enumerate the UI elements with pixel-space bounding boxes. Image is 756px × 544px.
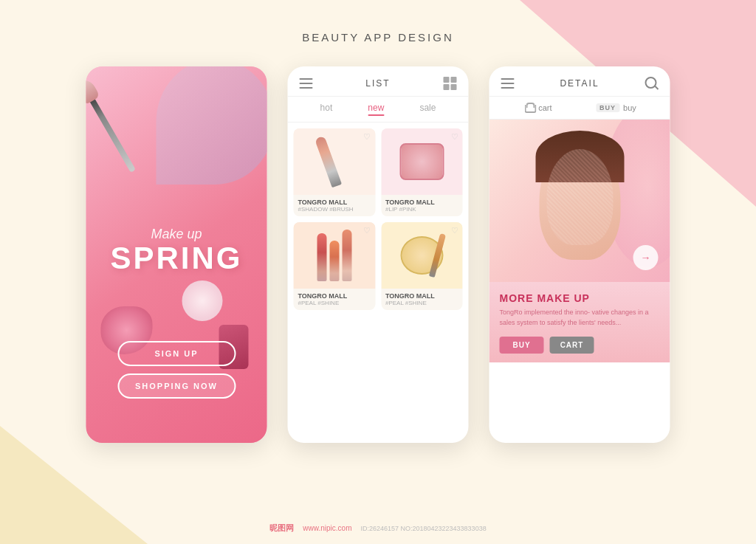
tags-3: #PEAL #SHINE [298, 300, 371, 306]
detail-hamburger-icon[interactable] [501, 78, 515, 89]
detail-hero-image: → [489, 120, 670, 282]
product-description: TongRo implemented the inno- vative chan… [500, 308, 660, 328]
blush-product [399, 143, 444, 180]
list-tabs: hot new sale [288, 97, 469, 123]
splash-flowers [157, 66, 267, 185]
phone-detail: DETAIL cart BUY buy → MORE [489, 66, 670, 443]
product-card-1[interactable]: ♡ TONGRO MALL #SHADOW #BRUSH [294, 128, 376, 216]
product-grid: ♡ TONGRO MALL #SHADOW #BRUSH ♡ TONGRO MA… [288, 123, 469, 316]
heart-icon-2[interactable]: ♡ [451, 132, 458, 142]
watermark-logo: 昵图网 [269, 523, 294, 534]
phones-container: Make up SPRING SIGN UP SHOPPING NOW LIST… [86, 66, 670, 443]
cart-label: cart [538, 103, 551, 112]
lipstick-2 [329, 241, 339, 281]
phone-splash: Make up SPRING SIGN UP SHOPPING NOW [86, 66, 267, 443]
heart-icon-4[interactable]: ♡ [451, 226, 458, 235]
heart-icon-3[interactable]: ♡ [363, 226, 371, 235]
card-info-1: TONGRO MALL #SHADOW #BRUSH [294, 195, 376, 216]
detail-product-info: MORE MAKE UP TongRo implemented the inno… [489, 282, 670, 362]
product-image-2: ♡ [381, 128, 463, 195]
purchase-buttons: BUY CART [500, 337, 660, 354]
brand-name-4: TONGRO MALL [385, 292, 458, 300]
watermark-site: www.nipic.com [303, 524, 351, 532]
watermark-id: ID:26246157 NO:20180423223433833038 [360, 525, 486, 532]
list-header: LIST [288, 66, 469, 97]
product-card-2[interactable]: ♡ TONGRO MALL #LIP #PINK [381, 128, 463, 216]
tab-new[interactable]: new [368, 103, 384, 116]
heart-icon-1[interactable]: ♡ [363, 132, 371, 142]
cart-action[interactable]: cart [523, 103, 551, 113]
product-image-4: ♡ [381, 222, 463, 289]
shopping-now-button[interactable]: SHOPPING NOW [117, 373, 236, 399]
lipstick-3 [342, 230, 351, 281]
search-icon[interactable] [645, 77, 659, 90]
product-image-3: ♡ [294, 222, 376, 289]
list-title: LIST [365, 78, 390, 89]
next-arrow-button[interactable]: → [633, 245, 659, 270]
detail-actions: cart BUY buy [489, 97, 670, 120]
lipstick-set [317, 230, 351, 281]
signup-button[interactable]: SIGN UP [117, 341, 236, 366]
buy-action[interactable]: BUY buy [596, 103, 636, 113]
brand-name-2: TONGRO MALL [385, 199, 458, 206]
model-blur [546, 149, 613, 245]
card-info-2: TONGRO MALL #LIP #PINK [381, 195, 463, 216]
splash-buttons: SIGN UP SHOPPING NOW [86, 341, 267, 399]
page-title: BEAUTY APP DESIGN [302, 31, 454, 44]
tags-1: #SHADOW #BRUSH [298, 206, 371, 213]
brand-name-1: TONGRO MALL [298, 199, 371, 206]
phone-list: LIST hot new sale ♡ TONGRO MALL #SHADOW … [288, 66, 469, 443]
splash-tagline: Make up [86, 227, 267, 243]
hamburger-icon[interactable] [300, 78, 313, 89]
product-card-4[interactable]: ♡ TONGRO MALL #PEAL #SHINE [381, 222, 463, 310]
tab-sale[interactable]: sale [419, 103, 436, 116]
card-info-4: TONGRO MALL #PEAL #SHINE [381, 289, 463, 310]
buy-button[interactable]: BUY [500, 337, 544, 354]
lipstick-1 [317, 233, 326, 281]
cart-icon [523, 103, 535, 113]
tab-hot[interactable]: hot [320, 103, 333, 116]
card-info-3: TONGRO MALL #PEAL #SHINE [294, 289, 376, 310]
splash-puff [182, 280, 223, 321]
cart-button[interactable]: CART [550, 337, 594, 354]
product-title: MORE MAKE UP [500, 292, 660, 304]
model-face [539, 142, 620, 260]
tags-2: #LIP #PINK [385, 206, 458, 213]
splash-title: SPRING [86, 242, 267, 273]
brand-name-3: TONGRO MALL [298, 292, 371, 300]
tags-4: #PEAL #SHINE [385, 300, 458, 306]
buy-label: buy [623, 103, 636, 112]
product-image-1: ♡ [294, 128, 376, 195]
buy-badge: BUY [596, 103, 619, 112]
grid-view-icon[interactable] [444, 77, 457, 90]
splash-text-area: Make up SPRING [86, 227, 267, 274]
detail-title: DETAIL [560, 78, 599, 89]
product-card-3[interactable]: ♡ TONGRO MALL #PEAL #SHINE [294, 222, 376, 310]
detail-header: DETAIL [489, 66, 670, 97]
bg-yellow [0, 426, 148, 544]
brush-product [315, 136, 342, 188]
watermark: 昵图网 www.nipic.com ID:26246157 NO:2018042… [269, 523, 486, 534]
